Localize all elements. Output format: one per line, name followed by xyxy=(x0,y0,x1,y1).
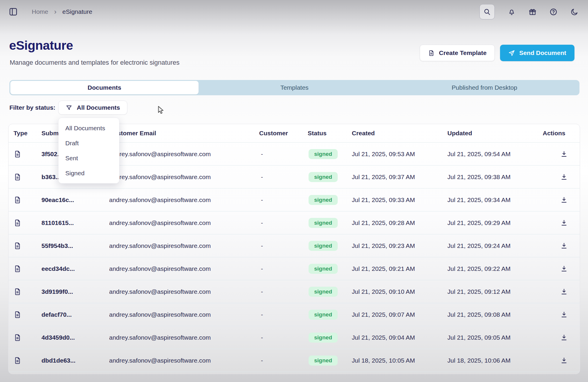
status-badge: signed xyxy=(309,264,338,274)
status-filter-value: All Documents xyxy=(77,104,120,111)
column-customer: Customer xyxy=(259,130,288,137)
customer-email: andrey.safonov@aspiresoftware.com xyxy=(109,311,211,318)
updated-date: Jul 21, 2025, 09:54 AM xyxy=(447,151,511,158)
header-actions: Create Template Send Document xyxy=(420,45,574,61)
status-badge: signed xyxy=(309,310,338,320)
actions-cell xyxy=(559,356,569,366)
filter-option[interactable]: Draft xyxy=(59,136,119,151)
search-button[interactable] xyxy=(479,4,495,19)
submission-id: 90eac16c... xyxy=(41,196,74,203)
status-badge: signed xyxy=(309,149,338,159)
download-icon xyxy=(560,288,568,295)
download-button[interactable] xyxy=(559,172,569,182)
document-type xyxy=(14,219,21,227)
tab-documents[interactable]: Documents xyxy=(10,81,199,94)
column-status: Status xyxy=(308,130,327,137)
created-date: Jul 21, 2025, 09:07 AM xyxy=(352,311,415,318)
document-type xyxy=(14,311,21,318)
status-cell: signed xyxy=(309,241,341,251)
status-filter-button[interactable]: All Documents xyxy=(58,101,127,115)
created-date: Jul 21, 2025, 09:28 AM xyxy=(352,219,415,226)
table-row: eecd34dc... andrey.safonov@aspiresoftwar… xyxy=(9,257,580,280)
submission-id: 55f954b3... xyxy=(41,242,73,249)
document-type xyxy=(14,333,21,341)
customer-email: andrey.safonov@aspiresoftware.com xyxy=(109,334,211,341)
tab-bar: Documents Templates Published from Deskt… xyxy=(9,80,579,95)
status-badge: signed xyxy=(309,172,338,182)
tab-templates[interactable]: Templates xyxy=(200,81,389,94)
submission-id: 4d3459d0... xyxy=(41,334,75,341)
download-button[interactable] xyxy=(559,333,569,342)
help-icon xyxy=(549,8,557,16)
table-row: dbd1de63... andrey.safonov@aspiresoftwar… xyxy=(9,349,580,372)
download-button[interactable] xyxy=(559,264,569,273)
column-created: Created xyxy=(352,130,375,137)
customer-email: andrey.safonov@aspiresoftware.com xyxy=(109,357,211,364)
table-row: 4d3459d0... andrey.safonov@aspiresoftwar… xyxy=(9,326,580,349)
breadcrumb-separator: › xyxy=(54,8,56,15)
created-date: Jul 21, 2025, 09:33 AM xyxy=(352,196,415,203)
submission-id: b363... xyxy=(41,174,61,181)
bell-icon xyxy=(508,8,516,16)
customer-email: andrey.safonov@aspiresoftware.com xyxy=(109,265,211,272)
send-document-button[interactable]: Send Document xyxy=(500,45,574,61)
created-date: Jul 21, 2025, 09:10 AM xyxy=(352,288,415,295)
file-text-icon xyxy=(14,150,21,158)
document-type xyxy=(14,265,21,273)
gifts-button[interactable] xyxy=(529,8,537,16)
file-text-icon xyxy=(14,173,21,181)
created-date: Jul 21, 2025, 09:53 AM xyxy=(352,151,415,158)
document-type xyxy=(14,356,21,364)
document-type xyxy=(14,196,21,204)
status-badge: signed xyxy=(309,195,338,205)
download-button[interactable] xyxy=(559,310,569,319)
notifications-button[interactable] xyxy=(508,8,516,16)
filter-option[interactable]: Sent xyxy=(59,151,119,166)
created-date: Jul 21, 2025, 09:21 AM xyxy=(352,265,415,272)
tab-published-from-desktop[interactable]: Published from Desktop xyxy=(390,81,579,94)
customer-value: - xyxy=(261,265,263,272)
actions-cell xyxy=(559,310,569,320)
status-cell: signed xyxy=(309,218,341,228)
customer-email: andrey.safonov@aspiresoftware.com xyxy=(109,196,211,203)
filter-option[interactable]: All Documents xyxy=(59,121,119,136)
filter-option[interactable]: Signed xyxy=(59,166,119,181)
customer-value: - xyxy=(261,357,263,364)
updated-date: Jul 18, 2025, 10:06 AM xyxy=(447,357,511,364)
download-button[interactable] xyxy=(559,241,569,251)
download-button[interactable] xyxy=(559,287,569,296)
column-type: Type xyxy=(14,130,27,137)
created-date: Jul 21, 2025, 09:37 AM xyxy=(352,174,415,181)
breadcrumb-home[interactable]: Home xyxy=(32,8,48,15)
download-icon xyxy=(560,265,568,272)
download-button[interactable] xyxy=(559,195,569,205)
updated-date: Jul 21, 2025, 09:38 AM xyxy=(447,174,511,181)
submission-id: dbd1de63... xyxy=(41,357,76,364)
status-badge: signed xyxy=(309,356,338,366)
updated-date: Jul 21, 2025, 09:08 AM xyxy=(447,311,511,318)
customer-value: - xyxy=(261,219,263,226)
create-template-button[interactable]: Create Template xyxy=(420,45,495,61)
download-button[interactable] xyxy=(559,356,569,365)
table-row: 90eac16c... andrey.safonov@aspiresoftwar… xyxy=(9,189,580,211)
actions-cell xyxy=(559,287,569,297)
status-filter-menu: All DocumentsDraftSentSigned xyxy=(58,118,119,184)
actions-cell xyxy=(559,172,569,182)
dark-mode-button[interactable] xyxy=(570,8,578,16)
status-cell: signed xyxy=(309,333,341,343)
file-text-icon xyxy=(14,311,21,318)
table-row: defacf70... andrey.safonov@aspiresoftwar… xyxy=(9,303,580,326)
download-button[interactable] xyxy=(559,218,569,228)
customer-email: andrey.safonov@aspiresoftware.com xyxy=(109,288,211,295)
file-text-icon xyxy=(14,288,21,296)
updated-date: Jul 21, 2025, 09:24 AM xyxy=(447,242,511,249)
help-button[interactable] xyxy=(549,8,557,16)
actions-cell xyxy=(559,241,569,251)
customer-email: andrey.safonov@aspiresoftware.com xyxy=(109,242,211,249)
page-subtitle: Manage documents and templates for elect… xyxy=(10,59,179,66)
download-button[interactable] xyxy=(559,149,569,159)
status-badge: signed xyxy=(309,333,338,343)
column-updated: Updated xyxy=(447,130,472,137)
sidebar-toggle-button[interactable] xyxy=(9,7,18,16)
actions-cell xyxy=(559,333,569,343)
